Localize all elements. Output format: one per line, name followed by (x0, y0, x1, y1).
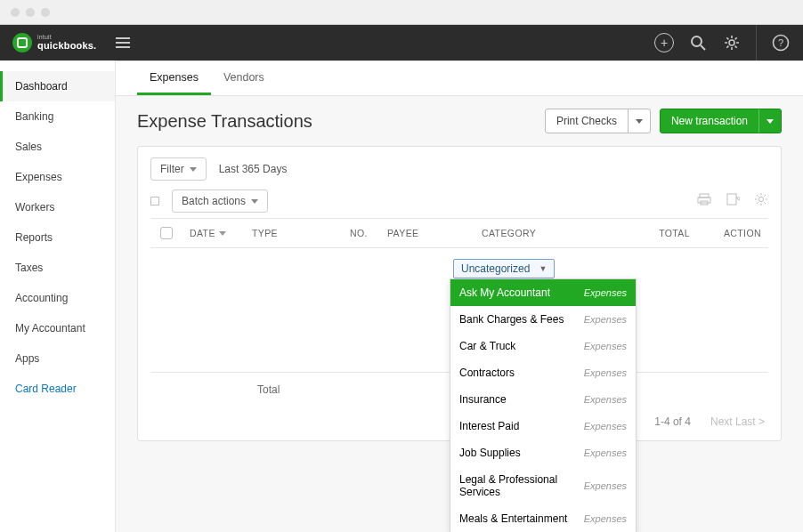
category-option[interactable]: Car & TruckExpenses (450, 333, 636, 359)
sidebar-item-label: Reports (15, 231, 53, 244)
page-range: 1-4 of 4 (654, 415, 691, 428)
chevron-down-icon (190, 167, 197, 172)
sidebar-item-card-reader[interactable]: Card Reader (0, 374, 115, 404)
total-label: Total (257, 383, 280, 396)
sidebar-item-expenses[interactable]: Expenses (0, 162, 115, 192)
category-option-name: Car & Truck (459, 340, 515, 352)
page-header: Expense Transactions Print Checks New tr… (116, 96, 803, 146)
export-icon[interactable] (726, 192, 740, 210)
sidebar-item-label: Card Reader (15, 383, 77, 395)
brand-wordmark: intuit quickbooks. (37, 35, 96, 51)
svg-rect-5 (700, 194, 709, 197)
global-create-icon[interactable]: + (654, 33, 674, 52)
category-option[interactable]: InsuranceExpenses (450, 386, 636, 413)
col-payee[interactable]: PAYEE (380, 228, 474, 238)
print-icon[interactable] (697, 192, 711, 210)
sidebar-item-workers[interactable]: Workers (0, 192, 115, 222)
category-option-group: Expenses (584, 367, 627, 378)
sidebar-item-sales[interactable]: Sales (0, 132, 115, 162)
table-settings-gear-icon[interactable] (754, 192, 768, 210)
new-transaction-button[interactable]: New transaction (660, 109, 782, 133)
traffic-light-max[interactable] (41, 8, 50, 17)
sidebar-item-apps[interactable]: Apps (0, 343, 115, 374)
category-option-group: Expenses (584, 314, 627, 325)
page-title: Expense Transactions (137, 111, 312, 132)
category-option-group: Expenses (584, 513, 627, 524)
col-no[interactable]: NO. (343, 228, 380, 238)
category-option-name: Interest Paid (459, 420, 519, 432)
category-option-group: Expenses (584, 480, 627, 491)
category-option-group: Expenses (584, 447, 627, 458)
button-label: Filter (160, 163, 184, 175)
svg-rect-6 (698, 197, 710, 203)
chevron-down-icon: ▼ (539, 264, 547, 273)
help-icon[interactable]: ? (771, 33, 791, 52)
svg-point-0 (692, 36, 702, 46)
batch-row: Batch actions (150, 189, 768, 213)
sidebar-item-accounting[interactable]: Accounting (0, 283, 115, 313)
batch-actions-button[interactable]: Batch actions (172, 189, 268, 213)
col-date[interactable]: DATE (182, 228, 245, 238)
select-all-checkbox[interactable] (160, 227, 173, 239)
traffic-light-min[interactable] (26, 8, 35, 17)
sidebar-item-dashboard[interactable]: Dashboard (0, 71, 115, 101)
category-select[interactable]: Uncategorized ▼ (453, 259, 555, 278)
category-option-name: Bank Charges & Fees (459, 313, 564, 326)
category-option[interactable]: Ask My AccountantExpenses (450, 279, 636, 306)
sidebar-item-label: Expenses (15, 171, 62, 183)
print-checks-button[interactable]: Print Checks (545, 109, 651, 133)
sort-desc-icon (219, 231, 226, 236)
search-icon[interactable] (688, 33, 708, 52)
menu-toggle-icon[interactable] (116, 37, 130, 48)
tab-vendors[interactable]: Vendors (211, 62, 277, 95)
col-action: ACTION (697, 228, 768, 238)
tab-expenses[interactable]: Expenses (137, 62, 211, 95)
svg-line-1 (701, 45, 705, 50)
subtabs: Expenses Vendors (116, 60, 803, 96)
category-option[interactable]: Meals & EntertainmentExpenses (450, 505, 636, 532)
next-last-link[interactable]: Next Last > (710, 415, 765, 428)
category-option-group: Expenses (584, 394, 627, 405)
sidebar-item-banking[interactable]: Banking (0, 101, 115, 132)
sidebar-item-my-accountant[interactable]: My Accountant (0, 313, 115, 343)
settings-gear-icon[interactable] (722, 33, 742, 52)
tab-label: Expenses (150, 71, 199, 84)
sidebar-item-label: Dashboard (15, 80, 68, 93)
col-total[interactable]: TOTAL (608, 228, 697, 238)
category-option[interactable]: Legal & Professional ServicesExpenses (450, 466, 636, 505)
filter-row: Filter Last 365 Days (150, 157, 768, 181)
button-label: Print Checks (546, 109, 629, 133)
category-option[interactable]: Bank Charges & FeesExpenses (450, 306, 636, 333)
category-option-name: Ask My Accountant (459, 286, 550, 299)
category-option-name: Insurance (459, 393, 507, 406)
sidebar-item-reports[interactable]: Reports (0, 222, 115, 253)
category-select-value: Uncategorized (461, 262, 530, 275)
category-option-group: Expenses (584, 421, 627, 431)
category-option-group: Expenses (584, 287, 627, 298)
topbar-divider (756, 25, 757, 60)
category-option-name: Contractors (459, 367, 515, 379)
category-option-name: Meals & Entertainment (459, 512, 567, 525)
category-option[interactable]: ContractorsExpenses (450, 359, 636, 386)
col-label: DATE (190, 228, 215, 238)
window-titlebar (0, 0, 803, 25)
select-mode-icon[interactable] (150, 197, 159, 206)
sidebar-item-label: Accounting (15, 292, 68, 304)
sidebar-item-taxes[interactable]: Taxes (0, 253, 115, 283)
category-option[interactable]: Interest PaidExpenses (450, 413, 636, 439)
sidebar-item-label: Taxes (15, 262, 43, 274)
chevron-down-icon[interactable] (759, 109, 781, 133)
chevron-down-icon[interactable] (629, 109, 650, 133)
chevron-down-icon (251, 199, 258, 204)
col-type[interactable]: TYPE (245, 228, 343, 238)
col-category[interactable]: CATEGORY (474, 228, 608, 238)
tab-label: Vendors (223, 71, 264, 84)
filter-button[interactable]: Filter (150, 157, 207, 181)
sidebar-item-label: Sales (15, 141, 42, 153)
traffic-light-close[interactable] (11, 8, 20, 17)
filter-range-label: Last 365 Days (219, 163, 288, 175)
brand-product: quickbooks. (37, 40, 96, 51)
main-content: Expenses Vendors Expense Transactions Pr… (116, 60, 803, 532)
app-topbar: intuit quickbooks. + ? (0, 25, 803, 60)
category-option[interactable]: Job SuppliesExpenses (450, 439, 636, 466)
